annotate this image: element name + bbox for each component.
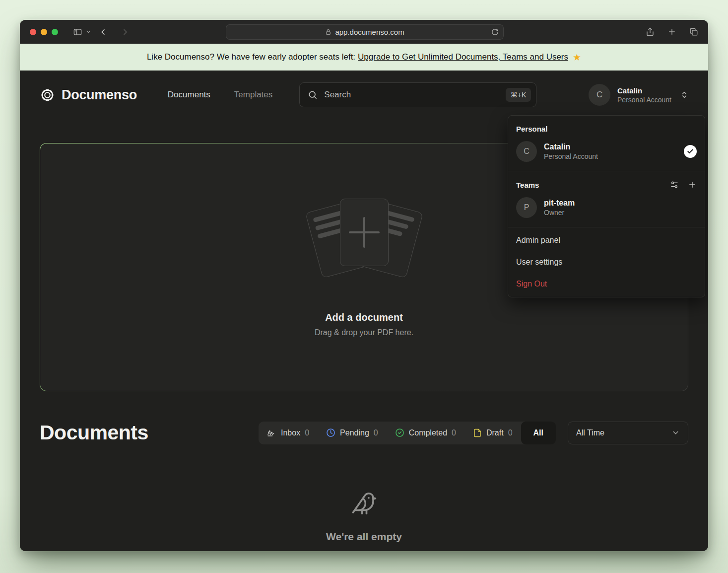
- empty-state: We're all empty: [20, 490, 708, 543]
- check-circle-icon: [395, 428, 404, 437]
- minimize-button[interactable]: [41, 29, 47, 35]
- tab-inbox[interactable]: Inbox 0: [259, 422, 318, 444]
- search-placeholder: Search: [324, 90, 351, 100]
- documents-toolbar: Documents Inbox 0 Pending 0: [20, 421, 708, 444]
- address-bar[interactable]: app.documenso.com: [226, 24, 504, 40]
- period-filter-select[interactable]: All Time: [568, 422, 688, 444]
- app-header: Documenso Documents Templates Search ⌘+K…: [20, 71, 708, 110]
- status-filter-tabs: Inbox 0 Pending 0 Completed 0: [259, 422, 556, 444]
- avatar: C: [589, 84, 610, 106]
- star-icon: ★: [573, 52, 581, 63]
- menu-item-admin-panel[interactable]: Admin panel: [508, 229, 705, 251]
- file-icon: [473, 429, 482, 437]
- browser-titlebar: app.documenso.com: [20, 20, 708, 44]
- brand[interactable]: Documenso: [40, 87, 137, 103]
- account-dropdown-menu: Personal C Catalin Personal Account Team…: [508, 115, 705, 297]
- teams-section-heading: Teams: [508, 173, 705, 193]
- new-tab-icon[interactable]: [667, 27, 676, 36]
- nav-templates[interactable]: Templates: [234, 90, 272, 100]
- zoom-button[interactable]: [52, 29, 58, 35]
- dropzone-title: Add a document: [325, 312, 403, 323]
- tab-overview-icon[interactable]: [689, 27, 698, 36]
- period-filter-value: All Time: [576, 429, 604, 437]
- document-stack-illustration: [297, 198, 431, 295]
- personal-section-heading: Personal: [508, 118, 705, 137]
- personal-account-type: Personal Account: [544, 152, 598, 160]
- chevron-down-icon: [671, 429, 680, 437]
- chevron-down-icon[interactable]: [85, 29, 91, 35]
- divider: [508, 171, 705, 171]
- menu-item-user-settings[interactable]: User settings: [508, 251, 705, 273]
- tab-count: 0: [374, 429, 378, 437]
- team-role: Owner: [544, 209, 575, 216]
- main-nav: Documents Templates: [168, 90, 272, 100]
- team-name: pit-team: [544, 199, 575, 208]
- tab-pending[interactable]: Pending 0: [318, 422, 387, 444]
- upgrade-link[interactable]: Upgrade to Get Unlimited Documents, Team…: [358, 52, 568, 62]
- reload-icon[interactable]: [491, 28, 499, 36]
- url-text: app.documenso.com: [335, 28, 404, 36]
- divider: [508, 227, 705, 227]
- nav-documents[interactable]: Documents: [168, 90, 210, 100]
- documenso-logo-icon: [40, 87, 55, 103]
- browser-window: app.documenso.com Like Documenso? We hav…: [20, 20, 708, 551]
- manage-teams-icon[interactable]: [670, 180, 679, 189]
- banner-text: Like Documenso? We have few early adopte…: [147, 52, 355, 62]
- tab-count: 0: [305, 429, 309, 437]
- close-button[interactable]: [30, 29, 36, 35]
- personal-account-name: Catalin: [544, 143, 598, 151]
- bird-icon: [351, 490, 378, 517]
- account-name: Catalin: [617, 86, 671, 95]
- brand-name: Documenso: [62, 87, 137, 103]
- search-input[interactable]: Search ⌘+K: [299, 82, 536, 107]
- forward-button-icon[interactable]: [121, 27, 130, 37]
- tab-draft[interactable]: Draft 0: [464, 422, 521, 444]
- tab-completed[interactable]: Completed 0: [387, 422, 464, 444]
- app-content: Documenso Documents Templates Search ⌘+K…: [20, 71, 708, 551]
- search-icon: [308, 90, 318, 100]
- empty-state-message: We're all empty: [326, 531, 402, 543]
- sidebar-toggle-icon[interactable]: [73, 27, 82, 37]
- search-shortcut-badge: ⌘+K: [506, 88, 531, 102]
- tab-count: 0: [452, 429, 456, 437]
- add-document-card: [340, 199, 389, 266]
- add-team-icon[interactable]: [688, 180, 697, 189]
- clock-icon: [326, 428, 335, 437]
- avatar: C: [516, 141, 537, 162]
- lock-icon: [325, 29, 331, 35]
- share-icon[interactable]: [646, 27, 655, 36]
- page-title: Documents: [40, 421, 148, 444]
- personal-account-item[interactable]: C Catalin Personal Account: [508, 137, 705, 169]
- back-button-icon[interactable]: [98, 27, 108, 37]
- signature-icon: [267, 428, 276, 437]
- tab-all[interactable]: All: [521, 422, 556, 444]
- dropzone-subtitle: Drag & drop your PDF here.: [315, 328, 413, 337]
- chevrons-up-down-icon: [680, 91, 688, 99]
- team-item[interactable]: P pit-team Owner: [508, 193, 705, 225]
- plus-icon: [349, 217, 380, 248]
- promo-banner: Like Documenso? We have few early adopte…: [20, 44, 708, 71]
- menu-item-sign-out[interactable]: Sign Out: [508, 273, 705, 295]
- tab-count: 0: [508, 429, 513, 437]
- account-type: Personal Account: [617, 96, 671, 104]
- team-avatar: P: [516, 197, 537, 218]
- selected-check-icon: [684, 145, 697, 158]
- account-menu-button[interactable]: C Catalin Personal Account: [589, 84, 688, 106]
- traffic-lights: [30, 29, 58, 35]
